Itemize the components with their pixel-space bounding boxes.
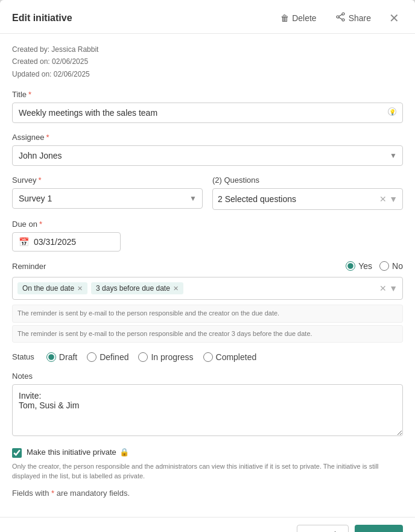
reminder-radio-group: Yes No xyxy=(346,261,403,271)
status-row: Status Draft Defined In progress Complet… xyxy=(12,352,403,362)
updated-on: Updated on: 02/06/2025 xyxy=(12,68,403,80)
reminder-tag-1-close[interactable]: ✕ xyxy=(77,285,83,293)
questions-col: (2) Questions 2 Selected questions ✕ ▼ xyxy=(212,176,403,210)
due-on-required: * xyxy=(39,220,42,229)
reminder-row: Reminder Yes No xyxy=(12,261,403,271)
svg-line-4 xyxy=(339,17,342,19)
reminder-group: Reminder Yes No On the due date ✕ xyxy=(12,261,403,343)
close-button[interactable]: ✕ xyxy=(385,11,403,25)
status-defined-option[interactable]: Defined xyxy=(87,352,128,362)
survey-select[interactable]: Survey 1 xyxy=(12,188,203,209)
status-defined-radio[interactable] xyxy=(87,352,97,362)
survey-questions-group: Survey * Survey 1 ▼ (2) Questions 2 Sele… xyxy=(12,176,403,210)
notes-textarea[interactable]: Invite: Tom, Susi & Jim xyxy=(12,384,403,436)
created-by: Created by: Jessica Rabbit xyxy=(12,43,403,55)
lock-icon: 🔒 xyxy=(119,448,129,457)
svg-point-0 xyxy=(342,13,344,15)
modal-header: Edit initiative 🗑 Delete Share xyxy=(0,0,415,34)
questions-select-actions: ✕ ▼ xyxy=(379,194,398,204)
due-on-label: Due on * xyxy=(12,220,403,229)
assignee-label: Assignee * xyxy=(12,133,403,142)
private-row: Make this initiative private 🔒 xyxy=(12,448,403,458)
survey-label: Survey * xyxy=(12,176,203,185)
assignee-group: Assignee * John Jones ▼ xyxy=(12,133,403,166)
private-checkbox[interactable] xyxy=(12,448,22,458)
title-group: Title * 💡 xyxy=(12,90,403,123)
share-button[interactable]: Share xyxy=(331,10,376,26)
reminder-dropdown-arrow[interactable]: ▼ xyxy=(389,283,398,293)
status-completed-option[interactable]: Completed xyxy=(203,352,257,362)
assignee-required: * xyxy=(46,133,49,142)
mandatory-note: Fields with * are mandatory fields. xyxy=(12,489,403,498)
questions-label: (2) Questions xyxy=(212,176,403,185)
date-picker[interactable]: 📅 03/31/2025 xyxy=(12,232,121,252)
status-inprogress-option[interactable]: In progress xyxy=(138,352,193,362)
status-completed-label: Completed xyxy=(216,352,257,362)
due-date-value: 03/31/2025 xyxy=(34,237,76,247)
svg-line-3 xyxy=(339,14,342,16)
reminder-yes-option[interactable]: Yes xyxy=(346,261,372,271)
save-button[interactable]: Save xyxy=(355,525,403,532)
reminder-tag-1: On the due date ✕ xyxy=(17,282,87,294)
questions-value: 2 Selected questions xyxy=(218,194,377,204)
status-draft-radio[interactable] xyxy=(46,352,56,362)
reminder-yes-label: Yes xyxy=(358,261,372,271)
cancel-button[interactable]: Cancel xyxy=(297,525,349,532)
title-label: Title * xyxy=(12,90,403,99)
questions-dropdown-arrow[interactable]: ▼ xyxy=(389,194,398,204)
mandatory-asterisk: * xyxy=(51,489,54,498)
modal-footer: Cancel Save xyxy=(0,517,415,532)
status-inprogress-radio[interactable] xyxy=(138,352,148,362)
survey-select-wrapper: Survey 1 ▼ xyxy=(12,188,203,209)
title-input-wrapper: 💡 xyxy=(12,103,403,123)
due-on-group: Due on * 📅 03/31/2025 xyxy=(12,220,403,252)
share-label: Share xyxy=(349,13,371,23)
reminder-label: Reminder xyxy=(12,262,46,271)
svg-point-2 xyxy=(342,19,344,21)
share-icon xyxy=(336,12,346,24)
header-actions: 🗑 Delete Share ✕ xyxy=(276,10,403,26)
meta-info: Created by: Jessica Rabbit Created on: 0… xyxy=(12,43,403,80)
reminder-tags-box[interactable]: On the due date ✕ 3 days before due date… xyxy=(12,277,403,300)
created-on: Created on: 02/06/2025 xyxy=(12,55,403,68)
questions-select[interactable]: 2 Selected questions ✕ ▼ xyxy=(212,188,403,210)
title-input[interactable] xyxy=(12,103,403,123)
notes-label: Notes xyxy=(12,372,403,381)
assignee-select[interactable]: John Jones xyxy=(12,145,403,166)
reminder-no-radio[interactable] xyxy=(379,261,389,271)
status-group: Status Draft Defined In progress Complet… xyxy=(12,352,403,362)
reminder-no-label: No xyxy=(392,261,403,271)
notes-group: Notes Invite: Tom, Susi & Jim xyxy=(12,372,403,438)
status-label: Status xyxy=(12,352,34,361)
calendar-icon: 📅 xyxy=(19,237,29,247)
private-label[interactable]: Make this initiative private 🔒 xyxy=(27,448,129,457)
reminder-note-2: The reminder is sent by e-mail to the pe… xyxy=(12,325,403,343)
delete-button[interactable]: 🗑 Delete xyxy=(276,11,321,25)
svg-text:💡: 💡 xyxy=(389,109,396,116)
private-note: Only the creator, the person responsible… xyxy=(12,461,403,481)
hint-icon[interactable]: 💡 xyxy=(387,107,397,119)
reminder-clear-icon[interactable]: ✕ xyxy=(379,283,387,293)
title-required: * xyxy=(28,90,31,99)
modal-title: Edit initiative xyxy=(12,13,72,24)
reminder-tag-2-close[interactable]: ✕ xyxy=(173,285,179,293)
status-defined-label: Defined xyxy=(100,352,128,362)
assignee-select-wrapper: John Jones ▼ xyxy=(12,145,403,166)
questions-clear-icon[interactable]: ✕ xyxy=(379,194,387,204)
status-draft-label: Draft xyxy=(59,352,77,362)
delete-label: Delete xyxy=(292,13,316,23)
reminder-tag-2: 3 days before due date ✕ xyxy=(91,282,183,294)
trash-icon: 🗑 xyxy=(280,13,289,23)
survey-col: Survey * Survey 1 ▼ xyxy=(12,176,203,209)
status-inprogress-label: In progress xyxy=(151,352,193,362)
modal-body: Created by: Jessica Rabbit Created on: 0… xyxy=(0,34,415,517)
reminder-no-option[interactable]: No xyxy=(379,261,403,271)
reminder-select-actions: ✕ ▼ xyxy=(379,283,398,293)
edit-initiative-modal: Edit initiative 🗑 Delete Share xyxy=(0,0,415,532)
survey-required: * xyxy=(38,176,41,185)
reminder-yes-radio[interactable] xyxy=(346,261,355,271)
status-completed-radio[interactable] xyxy=(203,352,213,362)
reminder-note-1: The reminder is sent by e-mail to the pe… xyxy=(12,305,403,322)
status-draft-option[interactable]: Draft xyxy=(46,352,77,362)
svg-point-1 xyxy=(337,16,339,18)
